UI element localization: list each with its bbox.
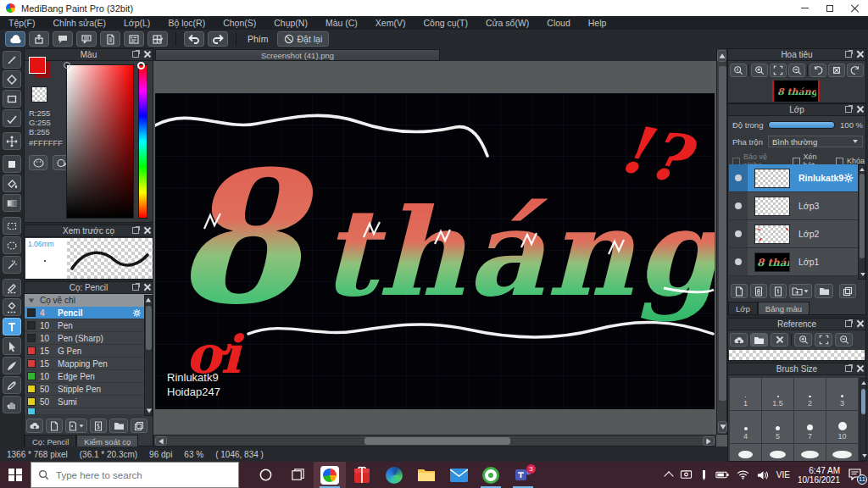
lasso-tool[interactable] xyxy=(3,236,21,254)
tray-language[interactable]: VIE xyxy=(776,470,790,480)
size-cell[interactable] xyxy=(826,444,858,461)
rotate-right-button[interactable] xyxy=(847,64,864,77)
opacity-slider[interactable] xyxy=(768,121,835,129)
navigator-thumbnail[interactable]: 8 tháng xyxy=(772,80,820,102)
brush-folder-button[interactable] xyxy=(109,419,128,433)
taskbar-search[interactable] xyxy=(31,462,239,488)
reset-rotation-button[interactable] xyxy=(828,64,845,77)
brush-row[interactable]: 10Pen xyxy=(25,319,144,332)
brush-row[interactable]: 10Edge Pen xyxy=(25,370,144,383)
navigator-header[interactable]: Hoa tiêu xyxy=(728,49,865,61)
eyedropper-tool[interactable] xyxy=(3,376,21,394)
layer-row[interactable]: Rinlukatk9 xyxy=(729,164,858,192)
new-brush-from-image-button[interactable] xyxy=(65,419,87,433)
blend-dropdown[interactable]: Bình thường xyxy=(768,136,863,147)
reference-clear-button[interactable] xyxy=(771,333,788,347)
zoom-original-button[interactable] xyxy=(730,64,747,77)
taskbar-gift-app[interactable] xyxy=(346,462,378,488)
tab-layers[interactable]: Lớp xyxy=(728,302,758,314)
taskbar-teams[interactable]: 3 xyxy=(507,462,539,488)
taskbar-coccoc[interactable] xyxy=(475,462,507,488)
reference-open-button[interactable] xyxy=(750,333,768,347)
menu-window[interactable]: Cửa sổ(W) xyxy=(486,18,529,28)
size-cell[interactable]: 2 xyxy=(794,378,826,410)
fill-tool[interactable] xyxy=(3,155,21,173)
hand-tool[interactable] xyxy=(3,396,21,413)
brush-row-partial[interactable] xyxy=(25,408,144,415)
brush-row[interactable]: 50Stipple Pen xyxy=(25,383,144,396)
add-8bit-layer-button[interactable] xyxy=(750,284,767,298)
foreground-color-swatch[interactable] xyxy=(29,57,46,74)
document-button[interactable] xyxy=(100,31,120,47)
menu-file[interactable]: Tệp(F) xyxy=(8,18,36,28)
reset-button[interactable]: Đặt lại xyxy=(277,31,330,47)
tray-wifi-icon[interactable] xyxy=(737,470,749,480)
add-folder-button[interactable] xyxy=(789,284,812,298)
brush-row[interactable]: 10Pen (Sharp) xyxy=(25,332,144,345)
brush-row[interactable]: 15G Pen xyxy=(25,345,144,358)
tray-display-icon[interactable] xyxy=(680,469,693,480)
notification-center-button[interactable]: 11 xyxy=(848,468,865,483)
duplicate-brush-button[interactable] xyxy=(131,419,147,433)
popout-icon[interactable] xyxy=(845,365,852,372)
move-tool[interactable] xyxy=(3,132,21,150)
taskbar-mail[interactable] xyxy=(442,462,475,488)
size-cell[interactable]: 1.5 xyxy=(762,378,793,410)
brush-panel-header[interactable]: Cọ: Pencil xyxy=(25,282,153,294)
size-cell[interactable]: 7 xyxy=(794,411,826,443)
reference-cloud-button[interactable] xyxy=(730,333,748,347)
layer-row[interactable]: Lớp2 xyxy=(729,220,858,248)
comment-panel-button[interactable] xyxy=(76,31,97,47)
brush-row[interactable]: 15Mapping Pen xyxy=(25,358,144,370)
layer-panel-header[interactable]: Lớp xyxy=(728,104,865,116)
size-cell[interactable]: 1 xyxy=(730,378,761,410)
gear-icon[interactable] xyxy=(843,172,854,184)
menu-view[interactable]: Xem(V) xyxy=(376,18,406,28)
share-button[interactable] xyxy=(29,31,49,47)
brush-row[interactable]: 4 Pencil xyxy=(25,307,144,319)
tray-expand-chevron[interactable] xyxy=(664,471,673,480)
hue-bar[interactable] xyxy=(138,64,147,219)
search-input[interactable] xyxy=(56,470,217,480)
material-list-button[interactable] xyxy=(124,31,144,47)
size-cell[interactable] xyxy=(762,444,793,461)
visibility-dot[interactable] xyxy=(735,202,742,209)
maximize-button[interactable] xyxy=(817,0,843,16)
reference-zoom-out-button[interactable] xyxy=(835,333,853,347)
shape-tool[interactable] xyxy=(3,90,21,108)
undo-button[interactable] xyxy=(184,31,204,47)
taskbar-explorer[interactable] xyxy=(410,462,442,488)
sv-square[interactable] xyxy=(66,64,134,219)
select-eraser-tool[interactable] xyxy=(3,298,21,316)
taskbar-edge[interactable] xyxy=(378,462,410,488)
tray-battery-icon[interactable] xyxy=(715,470,729,480)
gradient-tool[interactable] xyxy=(3,194,21,212)
popout-icon[interactable] xyxy=(132,284,139,291)
reference-fit-button[interactable] xyxy=(815,333,832,347)
brush-list-scrollbar[interactable] xyxy=(144,295,153,416)
menu-edit[interactable]: Chỉnh sửa(E) xyxy=(53,18,106,28)
brush-group-row[interactable]: Cọ vẽ chì xyxy=(25,294,153,307)
menu-capture[interactable]: Chụp(N) xyxy=(274,18,308,28)
size-cell[interactable]: 5 xyxy=(762,411,793,443)
magic-wand-tool[interactable] xyxy=(3,256,21,274)
tab-brush[interactable]: Cọ: Pencil xyxy=(25,435,76,447)
visibility-dot[interactable] xyxy=(735,175,742,181)
start-button[interactable] xyxy=(0,462,31,488)
menu-color[interactable]: Màu (C) xyxy=(326,18,358,28)
canvas-image[interactable]: 8 tháng !? ơi Rinlukatk9 Hoidap247 xyxy=(155,93,715,409)
divide-tool[interactable] xyxy=(3,109,21,127)
canvas-vscrollbar[interactable] xyxy=(716,48,727,435)
redo-button[interactable] xyxy=(208,31,228,47)
brush-size-header[interactable]: Brush Size xyxy=(728,363,865,375)
tray-pen-icon[interactable] xyxy=(700,469,708,481)
menu-tools[interactable]: Công cụ(T) xyxy=(423,18,468,28)
brush-row[interactable]: 50Sumi xyxy=(25,396,144,408)
visibility-dot[interactable] xyxy=(735,258,742,265)
tab-brush-control[interactable]: Kiểm soát cọ xyxy=(76,435,138,447)
layer-row[interactable]: 8 tháng Lớp1 xyxy=(729,248,858,276)
script-brush-button[interactable] xyxy=(90,419,107,433)
zoom-out-button[interactable] xyxy=(788,64,805,77)
menu-filter[interactable]: Bộ lọc(R) xyxy=(168,18,205,28)
brush-preview-header[interactable]: Xem trước cọ xyxy=(25,225,153,237)
